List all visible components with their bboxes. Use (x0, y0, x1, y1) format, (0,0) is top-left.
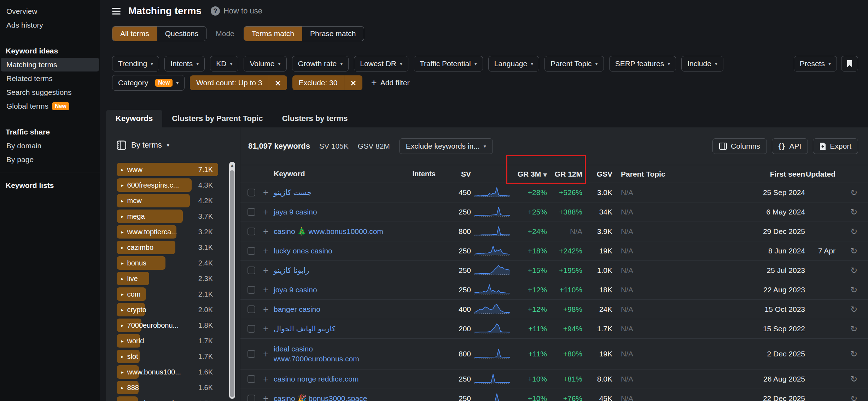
refresh-icon[interactable]: ↻ (850, 265, 857, 275)
sidebar-item-global-terms[interactable]: Global termsNew (1, 99, 99, 113)
presets-button[interactable]: Presets ▾ (794, 56, 837, 71)
sidebar-item-by-page[interactable]: By page (1, 153, 99, 166)
refresh-icon[interactable]: ↻ (850, 374, 857, 384)
filter-traffic-potential[interactable]: Traffic Potential▾ (414, 56, 483, 71)
col-gsv[interactable]: GSV (582, 170, 612, 178)
refresh-icon[interactable]: ↻ (850, 227, 857, 236)
columns-button[interactable]: Columns (712, 138, 767, 154)
add-filter-button[interactable]: + Add filter (371, 78, 410, 88)
add-to-list-button[interactable]: + (258, 207, 274, 218)
filter-growth-rate[interactable]: Growth rate▾ (292, 56, 349, 71)
add-to-list-button[interactable]: + (258, 393, 274, 401)
filter-trending[interactable]: Trending▾ (112, 56, 159, 71)
scrollbar-thumb[interactable] (230, 170, 234, 397)
col-sv[interactable]: SV (436, 170, 471, 178)
export-button[interactable]: Export (813, 138, 858, 154)
keyword-link[interactable]: ideal casino (274, 345, 313, 353)
bookmark-button[interactable] (841, 56, 858, 71)
filter-language[interactable]: Language▾ (488, 56, 539, 71)
filter-kd[interactable]: KD▾ (210, 56, 238, 71)
add-to-list-button[interactable]: + (258, 374, 274, 385)
keyword-link[interactable]: jaya 9 casino (274, 208, 317, 216)
row-checkbox[interactable] (247, 208, 255, 216)
refresh-icon[interactable]: ↻ (850, 246, 857, 256)
refresh-icon[interactable]: ↻ (850, 207, 857, 217)
add-to-list-button[interactable]: + (258, 349, 274, 360)
keyword-link[interactable]: كازينو الهاتف الجوال (274, 325, 336, 333)
term-bar-mcw[interactable]: ▸mcw (117, 194, 190, 207)
filter-category[interactable]: Category New ▾ (112, 75, 185, 91)
filter-include[interactable]: Include▾ (681, 56, 723, 71)
refresh-icon[interactable]: ↻ (850, 349, 857, 359)
keyword-link[interactable]: banger casino (274, 305, 320, 313)
filter-volume[interactable]: Volume▾ (244, 56, 286, 71)
question-circle-icon[interactable]: ? (211, 6, 220, 16)
filter-intents[interactable]: Intents▾ (164, 56, 205, 71)
row-checkbox[interactable] (247, 247, 255, 255)
tab-all-terms[interactable]: All terms (112, 27, 157, 41)
term-bar-600freespins-c[interactable]: ▸600freespins.c... (117, 178, 192, 192)
term-bar-7000eurobonu[interactable]: ▸7000eurobonu... (117, 319, 141, 332)
keyword-link[interactable]: casino norge reddice.com (274, 375, 359, 383)
col-intents[interactable]: Intents (407, 170, 436, 178)
add-to-list-button[interactable]: + (258, 265, 274, 276)
term-bar-www-bonus100[interactable]: ▸www.bonus100... (117, 365, 139, 379)
row-checkbox[interactable] (247, 305, 255, 313)
tab-keywords[interactable]: Keywords (106, 110, 162, 127)
remove-filter-icon[interactable]: × (344, 75, 362, 90)
row-checkbox[interactable] (247, 325, 255, 333)
row-checkbox[interactable] (247, 228, 255, 235)
term-bar-slot[interactable]: ▸slot (117, 350, 140, 363)
refresh-icon[interactable]: ↻ (850, 304, 857, 314)
sidebar-item-by-domain[interactable]: By domain (1, 139, 99, 153)
keyword-link[interactable]: رابونا كازينو (274, 266, 309, 274)
row-checkbox[interactable] (247, 350, 255, 358)
row-checkbox[interactable] (247, 395, 255, 401)
tab-terms-match[interactable]: Terms match (244, 27, 302, 41)
term-bar-crypto[interactable]: ▸crypto (117, 303, 145, 316)
term-bar-bonus[interactable]: ▸bonus (117, 256, 165, 270)
col-parent-topic[interactable]: Parent Topic (612, 170, 729, 178)
term-bar-live[interactable]: ▸live (117, 272, 149, 285)
row-checkbox[interactable] (247, 286, 255, 294)
tab-clusters-by-parent-topic[interactable]: Clusters by Parent Topic (162, 110, 273, 127)
how-to-use-link[interactable]: How to use (223, 6, 262, 16)
add-to-list-button[interactable]: + (258, 246, 274, 257)
keyword-link[interactable]: casino 🎄 www.bonus10000.com (274, 227, 383, 235)
keyword-link[interactable]: جست كازينو (274, 188, 312, 196)
refresh-icon[interactable]: ↻ (850, 324, 857, 334)
refresh-icon[interactable]: ↻ (850, 394, 857, 401)
add-to-list-button[interactable]: + (258, 285, 274, 296)
exclude-keywords-button[interactable]: Exclude keywords in... ▾ (399, 138, 493, 154)
col-gr3m[interactable]: GR 3M▼ (513, 170, 547, 178)
add-to-list-button[interactable]: + (258, 304, 274, 315)
api-button[interactable]: {} API (772, 138, 808, 154)
term-bar-world[interactable]: ▸world (117, 334, 140, 348)
term-bar-cazimbo[interactable]: ▸cazimbo (117, 241, 175, 254)
term-bar-com[interactable]: ▸com (117, 287, 146, 301)
sidebar-item-overview[interactable]: Overview (1, 4, 99, 18)
terms-scrollbar[interactable]: ▲ (229, 162, 235, 399)
keyword-link[interactable]: casino 🎉 bonus3000.space (274, 394, 367, 401)
refresh-icon[interactable]: ↻ (850, 188, 857, 197)
sidebar-item-ads-history[interactable]: Ads history (1, 18, 99, 32)
refresh-icon[interactable]: ↻ (850, 285, 857, 295)
remove-filter-icon[interactable]: × (269, 75, 287, 90)
tab-questions[interactable]: Questions (157, 27, 206, 41)
menu-icon[interactable] (112, 8, 121, 15)
tab-clusters-by-terms[interactable]: Clusters by terms (273, 110, 357, 127)
keyword-link-line2[interactable]: www.7000eurobonus.com (274, 354, 407, 364)
col-updated[interactable]: Updated (805, 170, 835, 178)
term-bar-888[interactable]: ▸888 (117, 381, 139, 394)
keyword-link[interactable]: joya 9 casino (274, 286, 317, 294)
term-bar-mega[interactable]: ▸mega (117, 210, 183, 223)
filter-serp-features[interactable]: SERP features▾ (609, 56, 676, 71)
sidebar-item-matching-terms[interactable]: Matching terms (1, 58, 99, 71)
term-bar-www-bestecasi[interactable]: ▸www.bestecasi... (117, 396, 138, 401)
scroll-up-icon[interactable]: ▲ (229, 163, 235, 168)
row-checkbox[interactable] (247, 375, 255, 383)
row-checkbox[interactable] (247, 267, 255, 274)
filter-lowest-dr[interactable]: Lowest DR▾ (354, 56, 408, 71)
keyword-link[interactable]: lucky ones casino (274, 247, 332, 255)
tab-phrase-match[interactable]: Phrase match (302, 27, 364, 41)
